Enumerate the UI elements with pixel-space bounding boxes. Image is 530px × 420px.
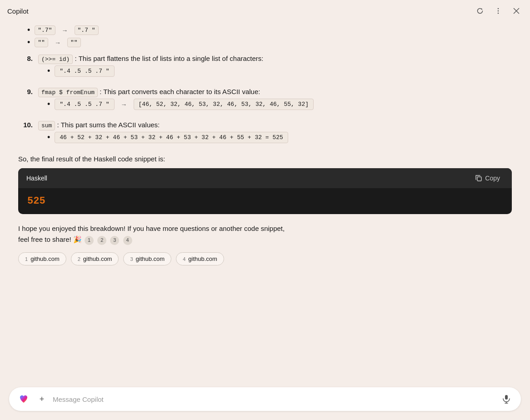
chip-label: github.com	[83, 255, 112, 262]
code-block: 46 + 52 + 32 + 46 + 53 + 32 + 46 + 53 + …	[55, 132, 288, 143]
input-bar: +	[0, 382, 530, 420]
code-inline: ".7 "	[75, 25, 99, 35]
bullet-list: ".4 .5 .5 .7 "	[47, 65, 512, 77]
ref-badge-4: 4	[123, 236, 132, 245]
chip-num: 1	[25, 256, 28, 262]
refresh-button[interactable]	[474, 5, 486, 17]
plus-icon: +	[40, 395, 45, 404]
link-chip-2[interactable]: 2 github.com	[71, 252, 119, 265]
chip-label: github.com	[136, 255, 165, 262]
ref-badge-3: 3	[110, 236, 119, 245]
item-description: : This part converts each character to i…	[100, 88, 260, 95]
svg-point-1	[498, 10, 499, 12]
copy-label: Copy	[485, 175, 500, 182]
code-inline: (>>= id)	[38, 55, 73, 64]
item-content: sum : This part sums the ASCII values: 4…	[38, 121, 512, 147]
code-block: ".4 .5 .5 .7 "	[55, 99, 114, 110]
code-inline: sum	[38, 121, 55, 130]
chip-label: github.com	[188, 255, 217, 262]
bullet-list: 46 + 52 + 32 + 46 + 53 + 32 + 46 + 53 + …	[47, 132, 512, 143]
svg-rect-5	[477, 177, 481, 181]
item-description: : This part flattens the list of lists i…	[75, 55, 264, 62]
list-item: ".7" → ".7 "	[27, 25, 512, 35]
chip-label: github.com	[30, 255, 60, 262]
title-bar: Copilot	[0, 0, 530, 22]
svg-rect-7	[505, 395, 508, 400]
ref-badge-2: 2	[97, 236, 106, 245]
haskell-block: Haskell Copy 525	[18, 168, 512, 214]
svg-point-0	[498, 8, 499, 10]
code-inline: fmap $ fromEnum	[38, 88, 98, 97]
link-chip-3[interactable]: 3 github.com	[123, 252, 171, 265]
chip-num: 3	[130, 256, 133, 262]
list-item: "" → ""	[27, 38, 512, 47]
item-number: 8.	[18, 55, 33, 62]
svg-point-2	[498, 13, 499, 14]
list-item: ".4 .5 .5 .7 "	[47, 65, 512, 77]
mic-icon	[502, 395, 511, 404]
copilot-logo	[16, 392, 31, 406]
numbered-item-9: 9. fmap $ fromEnum : This part converts …	[18, 88, 512, 114]
haskell-header: Haskell Copy	[18, 168, 512, 188]
closing-text-line2: feel free to share! 🎉 1 2 3 4	[18, 235, 133, 243]
haskell-body: 525	[18, 188, 512, 214]
code-block: [46, 52, 32, 46, 53, 32, 46, 53, 32, 46,…	[134, 99, 314, 110]
close-button[interactable]	[510, 5, 523, 17]
closing-text: I hope you enjoyed this breakdown! If yo…	[18, 223, 512, 245]
title-bar-actions	[474, 5, 523, 17]
list-item: ".4 .5 .5 .7 " → [46, 52, 32, 46, 53, 32…	[47, 99, 512, 110]
ref-badge-1: 1	[85, 236, 94, 245]
item-number: 9.	[18, 88, 33, 95]
final-text: So, the final result of the Haskell code…	[18, 155, 512, 163]
link-chips: 1 github.com 2 github.com 3 github.com 4…	[18, 252, 512, 265]
list-item: 46 + 52 + 32 + 46 + 53 + 32 + 46 + 53 + …	[47, 132, 512, 143]
message-input[interactable]	[53, 395, 495, 403]
link-chip-1[interactable]: 1 github.com	[18, 252, 66, 265]
code-block: ".4 .5 .5 .7 "	[55, 65, 114, 77]
numbered-item-8: 8. (>>= id) : This part flattens the lis…	[18, 55, 512, 80]
top-bullet-list: ".7" → ".7 " "" → ""	[27, 25, 512, 47]
chip-num: 2	[78, 256, 80, 262]
more-button[interactable]	[492, 5, 505, 17]
link-chip-4[interactable]: 4 github.com	[176, 252, 224, 265]
mic-button[interactable]	[499, 392, 514, 406]
language-label: Haskell	[26, 175, 47, 182]
item-content: fmap $ fromEnum : This part converts eac…	[38, 88, 512, 114]
app-title: Copilot	[7, 7, 29, 15]
code-inline: ""	[67, 38, 81, 47]
copy-button[interactable]: Copy	[471, 173, 504, 184]
closing-text-line1: I hope you enjoyed this breakdown! If yo…	[18, 225, 285, 232]
content-area: ".7" → ".7 " "" → "" 8. (>>= id) : This …	[0, 22, 530, 382]
input-container: +	[9, 387, 521, 411]
chip-num: 4	[183, 256, 185, 262]
item-number: 10.	[18, 121, 33, 129]
bullet-list: ".4 .5 .5 .7 " → [46, 52, 32, 46, 53, 32…	[47, 99, 512, 110]
numbered-item-10: 10. sum : This part sums the ASCII value…	[18, 121, 512, 147]
item-description: : This part sums the ASCII values:	[57, 121, 160, 129]
item-content: (>>= id) : This part flattens the list o…	[38, 55, 512, 80]
plus-button[interactable]: +	[35, 393, 48, 405]
haskell-value: 525	[27, 195, 45, 207]
code-inline: ".7"	[35, 25, 55, 35]
code-inline: ""	[35, 38, 48, 47]
